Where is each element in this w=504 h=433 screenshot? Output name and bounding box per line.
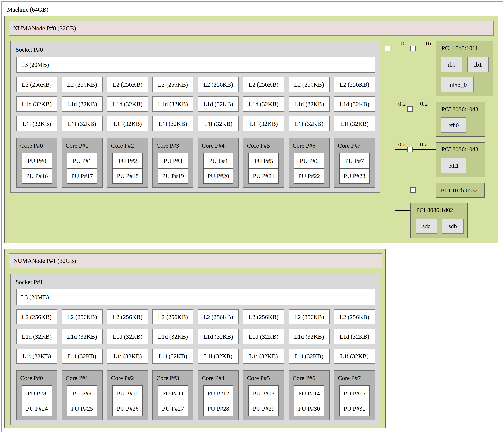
core-box: Core P#6PU P#6PU P#22 bbox=[288, 138, 330, 188]
l1d-cache: L1d (32KB) bbox=[62, 96, 103, 112]
l1i-cache: L1i (32KB) bbox=[107, 348, 148, 364]
core-label: Core P#4 bbox=[202, 142, 225, 149]
pu-box: PU P#7 bbox=[339, 153, 370, 169]
pu-box: PU P#2 bbox=[112, 153, 143, 169]
pci-link-line-sata bbox=[395, 210, 410, 211]
l2-cache: L2 (256KB) bbox=[288, 77, 330, 92]
pu-box: PU P#31 bbox=[339, 401, 370, 416]
os-device-ib0: ib0 bbox=[441, 57, 462, 72]
os-device-label: mlx5_0 bbox=[448, 81, 467, 88]
l3-cache-0: L3 (20MB) bbox=[16, 57, 375, 73]
l1i-cache: L1i (32KB) bbox=[152, 348, 193, 364]
pu-box: PU P#26 bbox=[112, 401, 143, 416]
l1i-cache: L1i (32KB) bbox=[16, 116, 57, 131]
l2-cache: L2 (256KB) bbox=[243, 77, 284, 92]
pu-box: PU P#9 bbox=[67, 385, 97, 401]
l1d-cache: L1d (32KB) bbox=[243, 329, 284, 344]
pu-box: PU P#13 bbox=[248, 385, 279, 401]
l2-cache: L2 (256KB) bbox=[334, 309, 375, 324]
pci-link-line-eth0 bbox=[395, 109, 436, 109]
l2-cache: L2 (256KB) bbox=[152, 309, 193, 324]
link-speed-label: 16 bbox=[396, 40, 410, 47]
l1d-cache: L1d (32KB) bbox=[16, 329, 57, 344]
numa-node-0-header: NUMANode P#0 (32GB) bbox=[9, 21, 494, 36]
pu-box: PU P#22 bbox=[294, 168, 324, 184]
l3-cache-0-label: L3 (20MB) bbox=[21, 61, 49, 68]
pu-box: PU P#23 bbox=[339, 168, 370, 184]
pci-device-label: PCI 102b:0532 bbox=[441, 187, 478, 194]
pu-box: PU P#3 bbox=[158, 153, 188, 169]
pci-device-label: PCI 15b3:1011 bbox=[441, 45, 478, 52]
l3-cache-1: L3 (20MB) bbox=[16, 289, 375, 305]
l1i-cache: L1i (32KB) bbox=[243, 348, 284, 364]
link-speed-label: 0.2 bbox=[417, 100, 431, 107]
l1i-cache: L1i (32KB) bbox=[62, 116, 103, 131]
pci-device-8086-1d02: PCI 8086:1d02 sda sdb bbox=[410, 203, 468, 238]
numa-node-0-label: NUMANode P#0 (32GB) bbox=[13, 25, 76, 32]
pu-box: PU P#24 bbox=[22, 401, 52, 416]
os-device-sda: sda bbox=[416, 218, 437, 234]
pu-box: PU P#8 bbox=[22, 385, 52, 401]
core-box: Core P#4PU P#12PU P#28 bbox=[198, 370, 239, 420]
l1i-cache: L1i (32KB) bbox=[288, 348, 330, 364]
pu-box: PU P#0 bbox=[22, 153, 52, 169]
core-label: Core P#3 bbox=[156, 142, 179, 149]
l2-cache: L2 (256KB) bbox=[62, 77, 103, 92]
pu-box: PU P#25 bbox=[67, 401, 97, 416]
l1i-cache: L1i (32KB) bbox=[16, 348, 57, 364]
core-label: Core P#2 bbox=[111, 375, 134, 381]
pci-device-8086-10d3-b: PCI 8086:10d3 eth1 bbox=[436, 142, 485, 177]
pu-box: PU P#28 bbox=[203, 401, 234, 416]
os-device-label: eth1 bbox=[448, 162, 459, 169]
pu-box: PU P#19 bbox=[158, 168, 188, 184]
core-box: Core P#1PU P#1PU P#17 bbox=[62, 138, 103, 188]
os-device-eth1: eth1 bbox=[441, 158, 466, 173]
os-device-label: eth0 bbox=[448, 122, 459, 129]
l1d-cache: L1d (32KB) bbox=[62, 329, 103, 344]
pu-box: PU P#21 bbox=[248, 168, 279, 184]
core-box: Core P#6PU P#14PU P#30 bbox=[288, 370, 330, 420]
l1i-cache: L1i (32KB) bbox=[62, 348, 103, 364]
core-box: Core P#5PU P#13PU P#29 bbox=[243, 370, 284, 420]
pu-box: PU P#18 bbox=[112, 168, 143, 184]
pu-box: PU P#17 bbox=[67, 168, 97, 184]
l1d-cache: L1d (32KB) bbox=[334, 96, 375, 112]
core-box: Core P#2PU P#10PU P#26 bbox=[107, 370, 148, 420]
pu-box: PU P#29 bbox=[248, 401, 279, 416]
core-label: Core P#0 bbox=[20, 375, 43, 381]
l1d-cache: L1d (32KB) bbox=[107, 329, 148, 344]
l1i-cache: L1i (32KB) bbox=[198, 348, 239, 364]
l1d-cache: L1d (32KB) bbox=[107, 96, 148, 112]
pu-box: PU P#16 bbox=[22, 168, 52, 184]
os-device-label: ib1 bbox=[474, 61, 482, 68]
pu-box: PU P#4 bbox=[203, 153, 234, 169]
pci-device-label: PCI 8086:10d3 bbox=[441, 146, 478, 153]
core-label: Core P#2 bbox=[111, 142, 134, 149]
core-box: Core P#3PU P#11PU P#27 bbox=[152, 370, 193, 420]
socket-0-label: Socket P#0 bbox=[16, 46, 43, 53]
l2-cache: L2 (256KB) bbox=[62, 309, 103, 324]
l1i-cache: L1i (32KB) bbox=[152, 116, 193, 131]
host-bridge-square bbox=[385, 46, 390, 51]
socket-0: Socket P#0 L3 (20MB) L2 (256KB)L1d (32KB… bbox=[10, 41, 380, 193]
l2-cache: L2 (256KB) bbox=[152, 77, 193, 92]
core-box: Core P#2PU P#2PU P#18 bbox=[107, 138, 148, 188]
l1i-cache: L1i (32KB) bbox=[334, 116, 375, 131]
l1d-cache: L1d (32KB) bbox=[334, 329, 375, 344]
l1d-cache: L1d (32KB) bbox=[288, 96, 330, 112]
socket-1-label: Socket P#1 bbox=[16, 278, 43, 286]
pu-box: PU P#5 bbox=[248, 153, 279, 169]
l2-cache: L2 (256KB) bbox=[198, 77, 239, 92]
l2-cache: L2 (256KB) bbox=[198, 309, 239, 324]
pci-bridge-square-upstream bbox=[410, 46, 416, 51]
l2-cache: L2 (256KB) bbox=[288, 309, 330, 324]
pu-box: PU P#11 bbox=[158, 385, 188, 401]
core-label: Core P#0 bbox=[20, 142, 43, 149]
os-device-ib1: ib1 bbox=[467, 57, 489, 72]
core-label: Core P#1 bbox=[66, 142, 88, 149]
core-label: Core P#5 bbox=[247, 142, 270, 149]
core-box: Core P#1PU P#9PU P#25 bbox=[62, 370, 103, 420]
core-label: Core P#6 bbox=[293, 142, 315, 149]
os-device-label: sda bbox=[423, 223, 431, 230]
core-label: Core P#7 bbox=[338, 142, 361, 149]
